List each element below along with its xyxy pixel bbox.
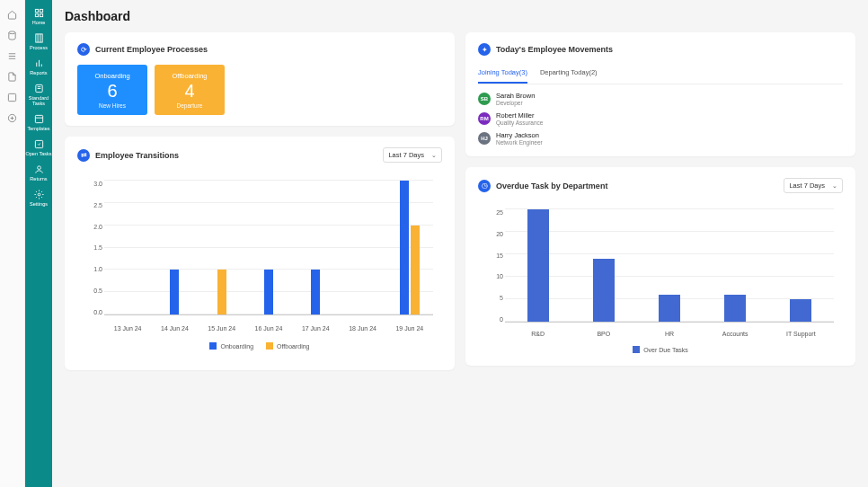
gear-icon [33,189,44,199]
bar [593,259,615,322]
bar [170,270,179,314]
processes-card: ⟳ Current Employee Processes Onboarding … [65,32,455,126]
bar-group [717,209,753,322]
offboarding-sub: Departure [177,102,203,109]
grid-icon [33,7,44,18]
bar-group [297,181,333,314]
nav-data-icon[interactable] [0,26,24,44]
overdue-title: Overdue Task by Department [496,182,607,190]
sidebar-label: Returns [30,176,47,182]
chart-legend: OnboardingOffboarding [77,342,442,350]
user-icon [33,164,44,174]
bar-group [651,209,687,322]
y-axis: 2520151050 [482,209,503,323]
bar-group [156,181,192,314]
sidebar-label: Process [30,45,48,50]
chart-plot [505,209,834,323]
onboarding-count: 6 [107,81,117,102]
person-row[interactable]: SBSarah BrownDeveloper [478,92,843,106]
chevron-down-icon: ⌄ [832,182,837,190]
bar [659,295,680,322]
svg-rect-8 [35,9,38,12]
template-icon [33,113,44,124]
sidebar-item-returns[interactable]: Returns [25,160,52,185]
overdue-icon: ◷ [478,180,491,192]
svg-point-0 [9,31,15,33]
legend-item: Over Due Tasks [633,346,688,353]
chart-legend: Over Due Tasks [478,346,843,353]
y-axis: 3.02.52.01.51.00.50.0 [81,181,102,315]
sidebar-item-standard-tasks[interactable]: Standard Tasks [25,79,52,110]
chevron-down-icon: ⌄ [431,152,437,159]
overdue-chart: 2520151050R&DBPOHRAccountsIT SupportOver… [478,202,843,355]
bar [790,299,811,322]
nav-add-icon[interactable] [0,109,24,127]
offboarding-tile[interactable]: Offboarding 4 Departure [155,65,225,115]
legend-item: Offboarding [266,342,309,350]
bar [411,226,420,314]
page-title: Dashboard [65,9,855,23]
nav-box-icon[interactable] [0,88,24,106]
tab-joining-today-[interactable]: Joining Today(3) [478,65,527,84]
sidebar-label: Reports [30,70,47,75]
svg-rect-21 [35,115,42,122]
outer-sidebar [0,0,25,487]
onboarding-sub: New Hires [99,102,126,109]
movements-title: Today's Employee Movements [496,45,613,54]
nav-home-icon[interactable] [0,5,24,23]
movements-tabs: Joining Today(3)Departing Today(2) [478,65,843,84]
bar-group [251,181,287,314]
nav-doc-icon[interactable] [0,67,24,85]
sidebar-item-settings[interactable]: Settings [25,185,52,210]
chart-plot [104,181,433,315]
svg-point-25 [38,193,40,196]
onboarding-label: Onboarding [94,72,129,80]
transitions-icon: ⇄ [77,149,90,162]
offboarding-count: 4 [184,81,194,102]
person-name: Sarah Brown [496,92,535,100]
avatar: RM [478,112,491,125]
bar-group [586,209,622,322]
person-role: Network Engineer [496,139,543,146]
person-name: Harry Jackson [496,131,543,139]
transitions-card: ⇄ Employee Transitions Last 7 Days ⌄ 3.0… [65,137,455,370]
bars-icon [33,58,44,68]
building-icon [33,32,44,43]
transitions-title: Employee Transitions [95,151,179,160]
movements-people-list: SBSarah BrownDeveloperRMRobert MillerQua… [478,92,843,146]
overdue-range-dropdown[interactable]: Last 7 Days ⌄ [784,178,843,193]
onboarding-tile[interactable]: Onboarding 6 New Hires [77,65,147,115]
bar [724,295,746,322]
person-role: Quality Assurance [496,120,543,126]
svg-rect-10 [35,13,38,16]
sidebar-item-reports[interactable]: Reports [25,54,52,79]
transitions-chart: 3.02.52.01.51.00.50.013 Jun 2414 Jun 241… [77,172,442,351]
sidebar-item-process[interactable]: Process [25,29,52,54]
svg-rect-12 [35,33,41,41]
bar-group [204,181,240,314]
bar-group [110,181,146,314]
legend-item: Onboarding [209,342,253,350]
dropdown-label: Last 7 Days [789,182,825,190]
bar-group [783,209,819,322]
person-row[interactable]: RMRobert MillerQuality Assurance [478,111,843,126]
tasks-icon [33,138,44,149]
processes-icon: ⟳ [77,43,90,56]
avatar: SB [478,93,491,105]
bar [311,270,320,314]
svg-rect-9 [40,9,42,12]
sidebar-item-templates[interactable]: Templates [25,110,52,135]
transitions-range-dropdown[interactable]: Last 7 Days ⌄ [383,147,442,163]
sidebar-item-home[interactable]: Home [25,4,52,29]
main-sidebar: HomeProcessReportsStandard TasksTemplate… [25,0,52,487]
main-content: Dashboard ⟳ Current Employee Processes O… [52,0,868,487]
bar-group [520,209,556,322]
tab-departing-today-[interactable]: Departing Today(2) [540,65,598,84]
nav-list-icon[interactable] [0,47,24,65]
person-row[interactable]: HJHarry JacksonNetwork Engineer [478,131,843,146]
bar-group [345,181,381,314]
sidebar-item-open-tasks[interactable]: Open Tasks [25,135,52,160]
x-axis: R&DBPOHRAccountsIT Support [505,331,834,337]
x-axis: 13 Jun 2414 Jun 2415 Jun 2416 Jun 2417 J… [104,325,433,332]
sidebar-label: Templates [27,126,49,131]
